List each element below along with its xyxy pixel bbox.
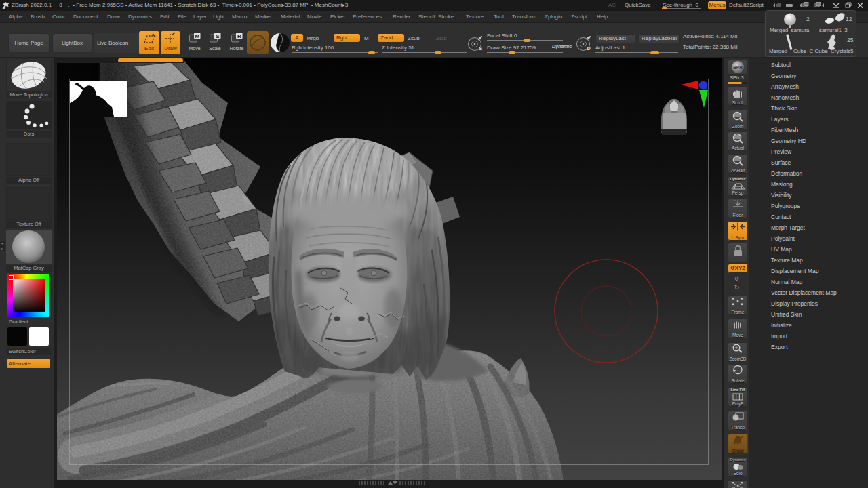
svg-text:S: S <box>216 33 220 39</box>
svg-text:samurai1_3: samurai1_3 <box>819 27 848 33</box>
svg-text:12: 12 <box>846 16 852 22</box>
svg-text:2: 2 <box>806 16 810 22</box>
svg-text:R: R <box>237 33 241 39</box>
svg-text:S: S <box>479 45 483 52</box>
svg-text:_Cube_Crystals5: _Cube_Crystals5 <box>811 48 854 54</box>
svg-text:Merged_samura: Merged_samura <box>770 27 810 33</box>
svg-text:BPR: BPR <box>733 65 743 70</box>
svg-text:M: M <box>195 33 199 39</box>
svg-text:D: D <box>587 45 591 52</box>
svg-text:25: 25 <box>847 37 854 43</box>
svg-text:Merged__Cube_C: Merged__Cube_C <box>769 48 814 54</box>
